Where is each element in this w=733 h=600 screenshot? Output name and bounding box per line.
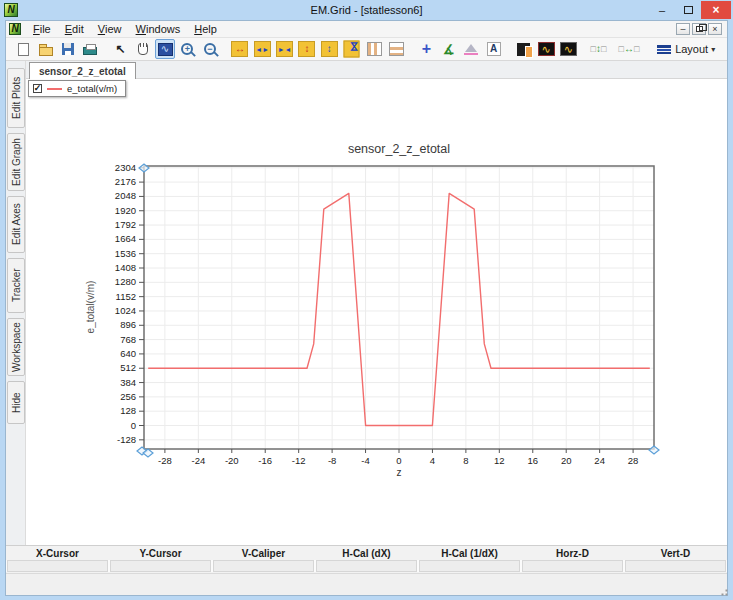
cursor-table: X-CursorY-CursorV-CaliperH-Cal (dX)H-Cal… bbox=[6, 545, 727, 573]
chevron-down-icon: ▾ bbox=[711, 45, 715, 54]
dark-wave-icon: ∿ bbox=[560, 42, 577, 56]
cursor-cell bbox=[419, 560, 520, 572]
cursor-cell bbox=[213, 560, 314, 572]
y-tick-label: 1152 bbox=[116, 291, 136, 302]
toolbar-separator bbox=[408, 38, 416, 60]
pointer-tool-icon: ↖ bbox=[115, 43, 125, 55]
layout-menu-button[interactable]: Layout▾ bbox=[652, 39, 720, 59]
y-tick-label: 512 bbox=[120, 362, 136, 373]
layout-label: Layout bbox=[675, 43, 708, 55]
text-icon: A bbox=[487, 42, 501, 56]
print-button[interactable] bbox=[80, 39, 100, 59]
y-tick-label: 128 bbox=[120, 405, 136, 416]
sidebar-item-edit-axes[interactable]: Edit Axes bbox=[7, 196, 25, 253]
y-tick-label: 1792 bbox=[115, 219, 136, 230]
legend-checkbox[interactable]: ✓ bbox=[33, 84, 42, 93]
y-tick-label: 384 bbox=[120, 377, 136, 388]
zoom-in-button[interactable]: + bbox=[177, 39, 197, 59]
arrow-icon: ⋈ bbox=[344, 41, 360, 58]
y-tick-label: 1920 bbox=[115, 205, 136, 216]
toolbar-separator bbox=[101, 38, 109, 60]
fit-horizontal-button[interactable]: ↔ bbox=[618, 39, 639, 59]
plot-canvas[interactable]: -28-24-20-16-12-8-40481216202428-1280128… bbox=[26, 79, 727, 545]
cursor-table-header: X-CursorY-CursorV-CaliperH-Cal (dX)H-Cal… bbox=[6, 546, 727, 560]
menu-item-windows[interactable]: Windows bbox=[129, 21, 188, 37]
y-tick-label: 1536 bbox=[115, 248, 136, 259]
text-annotation-button[interactable]: A bbox=[483, 39, 503, 59]
arrow-icon: ↕ bbox=[298, 41, 315, 57]
mdi-controls: – × bbox=[676, 23, 724, 35]
zoom-box-tool-button[interactable]: ∿ bbox=[155, 39, 175, 59]
maximize-button[interactable] bbox=[675, 1, 701, 19]
x-tick-label: -12 bbox=[292, 455, 306, 466]
legend[interactable]: ✓ e_total(v/m) bbox=[28, 80, 126, 97]
tab-sensor_2_z_etotal[interactable]: sensor_2_z_etotal bbox=[29, 62, 136, 79]
triangle-icon bbox=[465, 44, 477, 52]
y-tick-label: 2176 bbox=[115, 176, 136, 187]
graph-style-1-button[interactable]: ∿ bbox=[536, 39, 556, 59]
copy-graph-button[interactable] bbox=[513, 39, 533, 59]
toolbar-separator bbox=[640, 38, 648, 60]
close-button[interactable]: × bbox=[701, 1, 731, 19]
cursor-cell bbox=[110, 560, 211, 572]
fit-vertical-button[interactable]: ↕ bbox=[588, 39, 608, 59]
y-tick-label: 1280 bbox=[115, 276, 136, 287]
zoom-out-x-button[interactable]: ◄► bbox=[252, 39, 272, 59]
layout-bars-icon bbox=[657, 45, 671, 54]
sidebar-item-workspace[interactable]: Workspace bbox=[7, 318, 25, 376]
fit-arrow-icon: ↔ bbox=[624, 44, 634, 54]
menu-item-view[interactable]: View bbox=[91, 21, 129, 37]
magnifier-icon: + bbox=[181, 43, 193, 55]
y-tick-label: 1408 bbox=[115, 262, 136, 273]
x-tick-label: 16 bbox=[527, 455, 538, 466]
menu-item-help[interactable]: Help bbox=[187, 21, 224, 37]
x-tick-label: -24 bbox=[191, 455, 205, 466]
save-button[interactable] bbox=[58, 39, 78, 59]
zoom-in-x-button[interactable]: ►◄ bbox=[274, 39, 294, 59]
minimize-button[interactable]: – bbox=[649, 1, 675, 19]
axes-tool-button[interactable]: ∡ bbox=[439, 39, 459, 59]
zoom-out-button[interactable]: − bbox=[200, 39, 220, 59]
dark-wave-icon: ∿ bbox=[538, 42, 555, 56]
crosshair-cursor-button[interactable]: + bbox=[416, 39, 436, 59]
x-tick-label: -20 bbox=[225, 455, 239, 466]
toolbar: ↖∿+−↔◄►►◄↕↕⋈+∡A∿∿↕↔Layout▾ bbox=[6, 38, 727, 61]
caliper-tool-button[interactable] bbox=[461, 39, 481, 59]
open-file-button[interactable] bbox=[35, 39, 55, 59]
arrow-icon: ↕ bbox=[321, 41, 338, 57]
document-logo-icon[interactable]: N bbox=[9, 23, 21, 35]
cursor-col-header: H-Cal (dX) bbox=[315, 548, 418, 559]
expand-x-axis-button[interactable]: ↔ bbox=[230, 39, 250, 59]
sidebar-item-edit-graph[interactable]: Edit Graph bbox=[7, 133, 25, 191]
new-file-button[interactable] bbox=[13, 39, 33, 59]
bottom-axis-strip-button[interactable] bbox=[386, 39, 406, 59]
fit-boxes-icon: ↕ bbox=[591, 44, 607, 54]
menu-item-edit[interactable]: Edit bbox=[58, 21, 91, 37]
work-area: Edit PlotsEdit GraphEdit AxesTrackerWork… bbox=[6, 61, 727, 545]
pan-tool-button[interactable] bbox=[133, 39, 153, 59]
y-tick-label: 256 bbox=[120, 391, 136, 402]
sidebar-item-edit-plots[interactable]: Edit Plots bbox=[7, 68, 25, 128]
mdi-restore-button[interactable] bbox=[692, 23, 706, 35]
expand-y-axis-button[interactable]: ↕ bbox=[297, 39, 317, 59]
plot-area[interactable] bbox=[144, 166, 654, 449]
chart-title: sensor_2_z_etotal bbox=[348, 142, 450, 156]
mdi-close-button[interactable]: × bbox=[708, 23, 722, 35]
zoom-out-y-button[interactable]: ↕ bbox=[319, 39, 339, 59]
y-tick-label: 896 bbox=[120, 319, 136, 330]
menu-item-file[interactable]: File bbox=[26, 21, 58, 37]
mdi-minimize-button[interactable]: – bbox=[676, 23, 690, 35]
left-axis-strip-button[interactable] bbox=[364, 39, 384, 59]
sidebar-item-hide[interactable]: Hide bbox=[7, 381, 25, 424]
pointer-tool-button[interactable]: ↖ bbox=[110, 39, 130, 59]
x-tick-label: -4 bbox=[361, 455, 369, 466]
maximize-icon bbox=[684, 6, 693, 14]
x-tick-label: 20 bbox=[561, 455, 572, 466]
y-tick-label: 1024 bbox=[115, 305, 136, 316]
legend-line-sample bbox=[47, 88, 62, 90]
graph-style-2-button[interactable]: ∿ bbox=[558, 39, 578, 59]
arrow-icon: ►◄ bbox=[276, 41, 293, 57]
zoom-in-y-button[interactable]: ⋈ bbox=[342, 39, 362, 59]
sidebar-item-tracker[interactable]: Tracker bbox=[7, 258, 25, 313]
resize-grip-icon[interactable] bbox=[715, 583, 724, 592]
